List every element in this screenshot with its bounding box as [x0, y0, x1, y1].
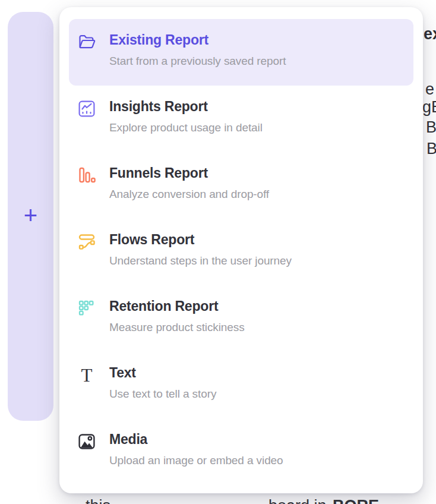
insights-chart-icon: [77, 99, 96, 118]
menu-item-text[interactable]: T Text Use text to tell a story: [69, 352, 413, 418]
menu-item-subtitle: Measure product stickiness: [109, 321, 245, 334]
background-text-fragment: ex: [424, 25, 436, 43]
menu-item-existing-report[interactable]: Existing Report Start from a previously …: [69, 19, 413, 86]
background-text-fragment: B: [426, 140, 436, 158]
retention-grid-icon: [77, 299, 96, 318]
funnel-bars-icon: [77, 166, 96, 185]
menu-item-subtitle: Analyze conversion and drop-off: [109, 188, 269, 201]
svg-text:T: T: [81, 366, 93, 385]
menu-item-title: Funnels Report: [109, 165, 269, 182]
background-text-fragment: e: [425, 80, 434, 99]
menu-item-subtitle: Explore product usage in detail: [109, 121, 263, 134]
menu-item-subtitle: Use text to tell a story: [109, 388, 216, 401]
menu-item-title: Flows Report: [109, 232, 292, 248]
background-text-fragment: this: [86, 497, 110, 504]
background-text-fragment: B: [426, 118, 436, 137]
menu-item-retention-report[interactable]: Retention Report Measure product stickin…: [69, 285, 413, 352]
menu-item-title: Existing Report: [109, 32, 286, 49]
menu-item-subtitle: Start from a previously saved report: [109, 55, 286, 68]
add-item-button[interactable]: +: [24, 203, 37, 229]
menu-item-subtitle: Upload an image or embed a video: [109, 454, 283, 467]
background-text-fragment: BORE: [333, 497, 379, 504]
background-text-fragment: board in: [268, 497, 327, 504]
flows-icon: [77, 232, 96, 251]
menu-item-title: Text: [109, 365, 216, 382]
add-content-menu: Existing Report Start from a previously …: [59, 7, 423, 493]
media-image-icon: [77, 432, 96, 451]
menu-item-title: Insights Report: [109, 99, 263, 115]
folder-icon: [77, 33, 96, 52]
add-content-panel: +: [8, 12, 53, 421]
menu-item-flows-report[interactable]: Flows Report Understand steps in the use…: [69, 219, 413, 285]
menu-item-title: Retention Report: [109, 298, 245, 315]
menu-item-title: Media: [109, 431, 283, 448]
menu-item-subtitle: Understand steps in the user journey: [109, 254, 292, 267]
background-text-fragment: gB: [422, 98, 436, 116]
menu-item-media[interactable]: Media Upload an image or embed a video: [69, 418, 413, 485]
menu-item-funnels-report[interactable]: Funnels Report Analyze conversion and dr…: [69, 152, 413, 219]
text-icon: T: [77, 366, 96, 385]
menu-item-insights-report[interactable]: Insights Report Explore product usage in…: [69, 86, 413, 152]
